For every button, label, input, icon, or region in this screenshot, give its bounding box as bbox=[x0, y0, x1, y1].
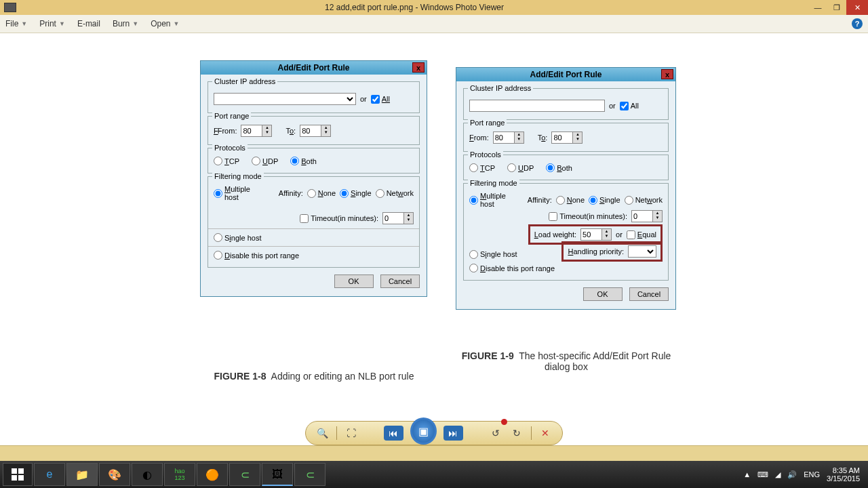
spinner-button[interactable]: ▲▼ bbox=[262, 125, 271, 136]
slideshow-button[interactable]: ▣ bbox=[410, 418, 437, 445]
dialog1-close-button[interactable]: x bbox=[412, 62, 425, 73]
photo-control-bar: 🔍 ⛶ ⏮ ▣ ⏭ ↺ ↻ ✕ bbox=[305, 421, 563, 445]
cluster-ip-input[interactable] bbox=[469, 100, 605, 112]
single-host-radio[interactable] bbox=[469, 250, 478, 259]
ok-button[interactable]: OK bbox=[334, 274, 374, 288]
affinity-none-radio[interactable] bbox=[307, 189, 316, 198]
taskbar-app-icon[interactable]: 🎨 bbox=[99, 463, 130, 486]
timeout-input[interactable] bbox=[383, 213, 403, 224]
photo-viewport: Add/Edit Port Rule x Cluster IP address … bbox=[0, 33, 868, 424]
all-checkbox[interactable] bbox=[371, 95, 380, 104]
handling-priority-select[interactable] bbox=[628, 245, 656, 258]
proto-tcp-radio[interactable] bbox=[469, 163, 478, 172]
close-button[interactable]: ✕ bbox=[846, 0, 868, 15]
start-button[interactable] bbox=[3, 463, 33, 486]
port-to-input[interactable] bbox=[300, 125, 321, 136]
zoom-icon[interactable]: 🔍 bbox=[315, 426, 330, 441]
dialog2-close-button[interactable]: x bbox=[661, 69, 673, 79]
tray-up-icon[interactable]: ▲ bbox=[743, 470, 751, 479]
handling-priority-highlight: Handling priority: bbox=[561, 241, 663, 262]
proto-both-radio[interactable] bbox=[290, 157, 299, 165]
taskbar-ie-icon[interactable]: e bbox=[34, 463, 65, 486]
load-weight-input[interactable] bbox=[581, 229, 601, 240]
keyboard-icon[interactable]: ⌨ bbox=[757, 470, 768, 479]
dialog-port-rule-2: Add/Edit Port Rule x Cluster IP address … bbox=[456, 67, 676, 310]
status-strip bbox=[0, 445, 868, 461]
svg-rect-0 bbox=[12, 468, 17, 474]
menu-burn[interactable]: Burn▼ bbox=[113, 19, 138, 28]
multiple-host-radio[interactable] bbox=[214, 189, 222, 198]
menu-print[interactable]: Print▼ bbox=[39, 19, 65, 28]
timeout-checkbox[interactable] bbox=[300, 214, 309, 223]
svg-rect-1 bbox=[18, 468, 24, 474]
cancel-button[interactable]: Cancel bbox=[380, 274, 420, 288]
dialog-port-rule-1: Add/Edit Port Rule x Cluster IP address … bbox=[200, 60, 427, 297]
spinner-button[interactable]: ▲▼ bbox=[321, 125, 330, 136]
figure-1-8-caption: FIGURE 1-8 Adding or editing an NLB port… bbox=[189, 371, 439, 382]
equal-checkbox[interactable] bbox=[627, 230, 635, 239]
rotate-cw-icon[interactable]: ↻ bbox=[509, 426, 524, 441]
taskbar-app-icon[interactable]: 🟠 bbox=[197, 463, 228, 486]
menu-file[interactable]: File▼ bbox=[5, 19, 27, 28]
system-tray: ▲ ⌨ ◢ 🔊 ENG 8:35 AM3/15/2015 bbox=[743, 466, 865, 483]
maximize-button[interactable]: ❐ bbox=[827, 0, 846, 15]
taskbar-explorer-icon[interactable]: 📁 bbox=[66, 463, 98, 486]
figure-1-9-caption: FIGURE 1-9 The host-specific Add/Edit Po… bbox=[454, 350, 678, 372]
taskbar-chrome-icon[interactable]: ◐ bbox=[132, 463, 163, 486]
taskbar: e 📁 🎨 ◐ hao123 🟠 ⊂ 🖼 ⊂ ▲ ⌨ ◢ 🔊 ENG 8:35 … bbox=[0, 461, 868, 488]
taskbar-camtasia-icon[interactable]: ⊂ bbox=[229, 463, 260, 486]
timeout-checkbox[interactable] bbox=[549, 212, 557, 221]
app-icon bbox=[4, 3, 16, 12]
minimize-button[interactable]: — bbox=[808, 0, 827, 15]
tray-clock[interactable]: 8:35 AM3/15/2015 bbox=[827, 466, 860, 483]
window-title: 12 add,edit port rule.png - Windows Phot… bbox=[20, 3, 808, 12]
wifi-icon[interactable]: ◢ bbox=[775, 470, 781, 479]
menu-open[interactable]: Open▼ bbox=[151, 19, 179, 28]
disable-radio[interactable] bbox=[469, 264, 478, 272]
timeout-input[interactable] bbox=[632, 211, 652, 222]
svg-rect-3 bbox=[18, 475, 24, 481]
all-checkbox[interactable] bbox=[620, 102, 629, 110]
help-icon[interactable]: ? bbox=[852, 18, 863, 29]
menu-email[interactable]: E-mail bbox=[77, 19, 100, 28]
port-from-input[interactable] bbox=[241, 125, 262, 136]
proto-tcp-radio[interactable] bbox=[214, 157, 222, 165]
proto-both-radio[interactable] bbox=[546, 163, 555, 172]
proto-udp-radio[interactable] bbox=[252, 157, 260, 165]
prev-button[interactable]: ⏮ bbox=[384, 426, 403, 441]
cluster-ip-select[interactable] bbox=[214, 93, 356, 105]
cursor-indicator bbox=[501, 419, 507, 425]
taskbar-photoviewer-icon[interactable]: 🖼 bbox=[262, 463, 293, 486]
window-titlebar: 12 add,edit port rule.png - Windows Phot… bbox=[0, 0, 868, 15]
affinity-network-radio[interactable] bbox=[625, 196, 633, 205]
rotate-ccw-icon[interactable]: ↺ bbox=[488, 426, 502, 441]
affinity-single-radio[interactable] bbox=[589, 196, 597, 205]
next-button[interactable]: ⏭ bbox=[443, 426, 463, 441]
multiple-host-radio[interactable] bbox=[469, 196, 478, 205]
port-to-input[interactable] bbox=[552, 132, 572, 143]
delete-icon[interactable]: ✕ bbox=[538, 426, 553, 441]
cancel-button[interactable]: Cancel bbox=[629, 287, 669, 301]
volume-icon[interactable]: 🔊 bbox=[787, 470, 797, 479]
proto-udp-radio[interactable] bbox=[507, 163, 516, 172]
affinity-single-radio[interactable] bbox=[340, 189, 349, 198]
port-from-input[interactable] bbox=[494, 132, 514, 143]
disable-radio[interactable] bbox=[214, 251, 222, 260]
dialog2-title: Add/Edit Port Rule bbox=[456, 70, 675, 79]
ok-button[interactable]: OK bbox=[583, 287, 623, 301]
taskbar-hao-icon[interactable]: hao123 bbox=[164, 463, 195, 486]
menubar: File▼ Print▼ E-mail Burn▼ Open▼ ? bbox=[0, 15, 868, 33]
dialog1-title: Add/Edit Port Rule bbox=[201, 63, 427, 73]
fit-icon[interactable]: ⛶ bbox=[344, 426, 358, 441]
affinity-none-radio[interactable] bbox=[556, 196, 565, 205]
tray-lang[interactable]: ENG bbox=[804, 470, 820, 479]
svg-rect-2 bbox=[12, 475, 17, 481]
taskbar-app-icon[interactable]: ⊂ bbox=[294, 463, 326, 486]
single-host-radio[interactable] bbox=[214, 233, 222, 242]
affinity-network-radio[interactable] bbox=[376, 189, 384, 198]
